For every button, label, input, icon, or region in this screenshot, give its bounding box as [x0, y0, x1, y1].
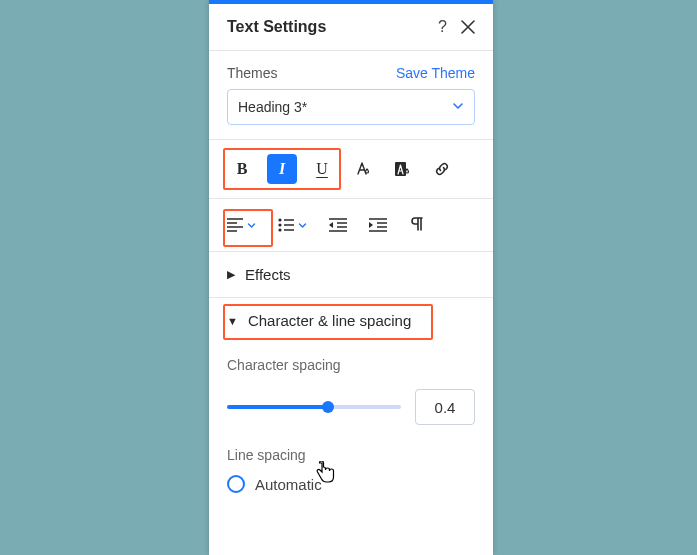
svg-rect-0 — [395, 162, 406, 176]
line-spacing-automatic-label: Automatic — [255, 476, 322, 493]
slider-fill — [227, 405, 328, 409]
save-theme-link[interactable]: Save Theme — [396, 65, 475, 81]
highlight-color-button[interactable] — [387, 154, 417, 184]
theme-select-value: Heading 3* — [238, 99, 307, 115]
text-format-row: B I U — [209, 140, 493, 199]
svg-point-2 — [278, 223, 281, 226]
increase-indent-button[interactable] — [369, 218, 387, 232]
theme-select[interactable]: Heading 3* — [227, 89, 475, 125]
svg-point-3 — [278, 228, 281, 231]
caret-down-icon: ▼ — [227, 315, 238, 327]
decrease-indent-button[interactable] — [329, 218, 347, 232]
chevron-down-icon — [452, 99, 464, 115]
text-color-button[interactable] — [347, 154, 377, 184]
line-spacing-automatic-option[interactable]: Automatic — [227, 475, 475, 493]
character-spacing-input[interactable]: 0.4 — [415, 389, 475, 425]
alignment-row — [209, 199, 493, 252]
radio-icon — [227, 475, 245, 493]
character-spacing-label: Character spacing — [227, 357, 475, 373]
panel-header: Text Settings ? — [209, 4, 493, 51]
text-settings-panel: Text Settings ? Themes Save Theme Headin… — [209, 0, 493, 555]
line-spacing-label: Line spacing — [227, 447, 475, 463]
line-spacing-section: Line spacing Automatic — [209, 435, 493, 493]
themes-label: Themes — [227, 65, 278, 81]
close-icon[interactable] — [461, 20, 475, 34]
effects-label: Effects — [245, 266, 291, 283]
slider-thumb[interactable] — [322, 401, 334, 413]
list-dropdown[interactable] — [278, 218, 307, 232]
character-spacing-slider[interactable] — [227, 405, 401, 409]
underline-button[interactable]: U — [307, 154, 337, 184]
svg-point-1 — [278, 218, 281, 221]
caret-right-icon: ▶ — [227, 268, 235, 281]
link-button[interactable] — [427, 154, 457, 184]
character-spacing-section: Character spacing 0.4 — [209, 343, 493, 435]
align-left-dropdown[interactable] — [227, 218, 256, 232]
themes-section: Themes Save Theme Heading 3* — [209, 51, 493, 140]
char-line-spacing-accordion[interactable]: ▼ Character & line spacing — [209, 298, 493, 343]
italic-button[interactable]: I — [267, 154, 297, 184]
text-direction-button[interactable] — [409, 217, 425, 233]
bold-button[interactable]: B — [227, 154, 257, 184]
panel-title: Text Settings — [227, 18, 438, 36]
char-line-label: Character & line spacing — [248, 312, 411, 329]
effects-accordion[interactable]: ▶ Effects — [209, 252, 493, 298]
help-icon[interactable]: ? — [438, 19, 447, 35]
